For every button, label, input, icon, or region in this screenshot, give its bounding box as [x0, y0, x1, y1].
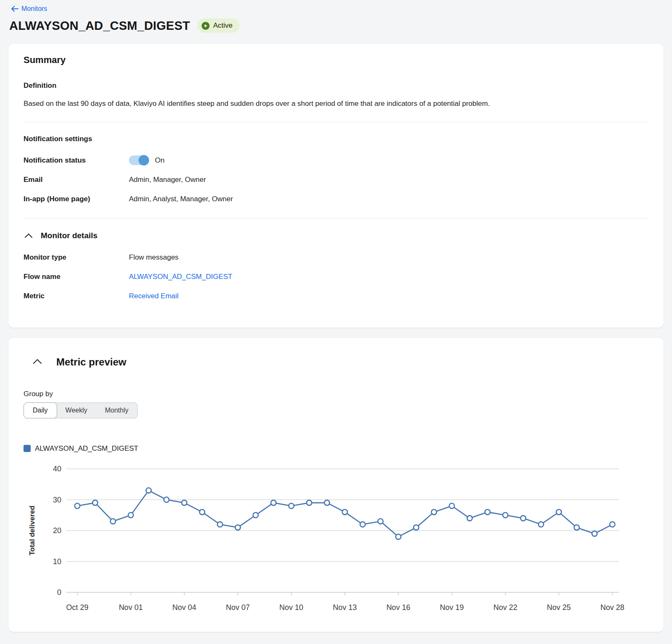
- email-recipients-row: Email Admin, Manager, Owner: [24, 173, 648, 186]
- monitor-type-row: Monitor type Flow messages: [24, 251, 648, 264]
- group-by-daily-button[interactable]: Daily: [24, 403, 57, 418]
- status-badge: Active: [197, 18, 239, 33]
- svg-text:40: 40: [53, 465, 61, 473]
- chart-legend: ALWAYSON_AD_CSM_DIGEST: [24, 444, 648, 453]
- definition-text: Based on the last 90 days of data, Klavi…: [24, 98, 648, 109]
- page-header: ALWAYSON_AD_CSM_DIGEST Active: [9, 18, 664, 33]
- group-by-monthly-button[interactable]: Monthly: [96, 403, 137, 418]
- metric-preview-card: Metric preview Group by Daily Weekly Mon…: [8, 338, 664, 632]
- svg-text:Nov 22: Nov 22: [494, 603, 517, 612]
- metric-preview-header: Metric preview: [24, 349, 648, 368]
- monitor-details-heading: Monitor details: [41, 231, 97, 240]
- notification-status-toggle[interactable]: [129, 155, 148, 165]
- monitor-type-value: Flow messages: [129, 253, 178, 262]
- summary-card: Summary Definition Based on the last 90 …: [8, 44, 664, 328]
- notification-settings-table: Notification status On Email Admin, Mana…: [24, 154, 648, 205]
- notification-status-value: On: [155, 156, 165, 165]
- collapse-metric-preview-button[interactable]: [33, 358, 42, 366]
- svg-text:Total delivered: Total delivered: [28, 505, 36, 555]
- collapse-monitor-details-button[interactable]: [24, 231, 34, 240]
- notification-status-row: Notification status On: [24, 154, 648, 167]
- svg-text:Nov 01: Nov 01: [119, 603, 143, 612]
- page-title: ALWAYSON_AD_CSM_DIGEST: [9, 19, 190, 33]
- definition-heading: Definition: [24, 81, 648, 90]
- group-by-segmented-control: Daily Weekly Monthly: [24, 402, 138, 418]
- group-by-weekly-button[interactable]: Weekly: [57, 403, 96, 418]
- svg-text:Nov 07: Nov 07: [226, 603, 250, 612]
- svg-text:Nov 04: Nov 04: [172, 603, 196, 612]
- group-by-label: Group by: [24, 390, 648, 398]
- notification-settings-heading: Notification settings: [24, 135, 648, 143]
- metric-label: Metric: [24, 292, 129, 300]
- notification-status-label: Notification status: [24, 156, 129, 165]
- active-play-icon: [202, 22, 210, 30]
- monitor-details-table: Monitor type Flow messages Flow name ALW…: [24, 251, 648, 302]
- svg-text:20: 20: [53, 526, 61, 535]
- divider: [24, 122, 648, 122]
- metric-link[interactable]: Received Email: [129, 292, 178, 300]
- back-to-monitors-link[interactable]: Monitors: [11, 5, 47, 13]
- email-label: Email: [24, 176, 129, 184]
- svg-text:Nov 16: Nov 16: [386, 603, 410, 612]
- chevron-up-icon: [24, 233, 33, 238]
- back-arrow-icon: [11, 5, 18, 12]
- flow-name-link[interactable]: ALWAYSON_AD_CSM_DIGEST: [129, 273, 232, 281]
- svg-text:Nov 13: Nov 13: [333, 603, 357, 612]
- legend-label: ALWAYSON_AD_CSM_DIGEST: [35, 444, 138, 453]
- metric-line-chart: 010203040Total deliveredOct 29Nov 01Nov …: [24, 463, 648, 619]
- legend-swatch: [24, 445, 31, 452]
- summary-heading: Summary: [24, 55, 648, 66]
- divider: [24, 218, 648, 218]
- metric-row: Metric Received Email: [24, 290, 648, 302]
- svg-text:Nov 28: Nov 28: [600, 603, 624, 612]
- svg-text:Nov 10: Nov 10: [279, 603, 303, 612]
- inapp-value: Admin, Analyst, Manager, Owner: [129, 195, 233, 203]
- status-badge-label: Active: [213, 21, 232, 30]
- monitor-details-header: Monitor details: [24, 231, 648, 240]
- svg-text:10: 10: [53, 557, 61, 565]
- flow-name-row: Flow name ALWAYSON_AD_CSM_DIGEST: [24, 271, 648, 283]
- inapp-recipients-row: In-app (Home page) Admin, Analyst, Manag…: [24, 193, 648, 205]
- svg-text:Nov 19: Nov 19: [440, 603, 464, 612]
- monitor-type-label: Monitor type: [24, 253, 129, 262]
- svg-text:Nov 25: Nov 25: [547, 603, 571, 612]
- chevron-up-icon: [33, 359, 42, 364]
- email-value: Admin, Manager, Owner: [129, 176, 206, 184]
- flow-name-label: Flow name: [24, 273, 129, 281]
- svg-text:0: 0: [57, 588, 61, 597]
- inapp-label: In-app (Home page): [24, 195, 129, 203]
- monitor-detail-page: Monitors ALWAYSON_AD_CSM_DIGEST Active S…: [0, 0, 672, 632]
- metric-preview-heading: Metric preview: [56, 356, 126, 368]
- svg-text:30: 30: [53, 495, 61, 504]
- svg-text:Oct 29: Oct 29: [66, 603, 88, 612]
- toggle-knob: [139, 155, 149, 166]
- back-link-label: Monitors: [21, 5, 47, 13]
